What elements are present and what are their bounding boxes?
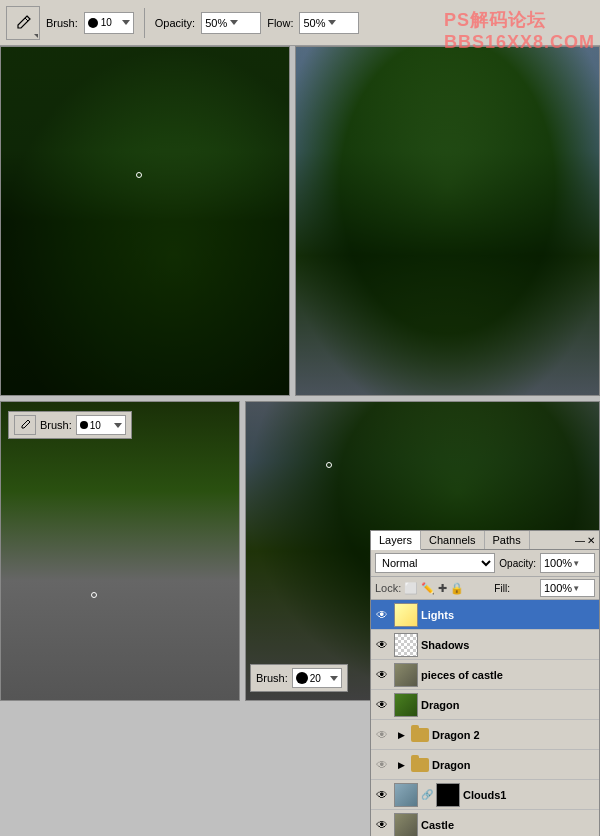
opacity-value: 50%	[205, 17, 227, 29]
tab-layers[interactable]: Layers	[371, 531, 421, 550]
float-brush-preview-1	[80, 421, 88, 429]
opacity-label: Opacity:	[499, 558, 536, 569]
fill-label: Fill:	[494, 583, 510, 594]
lock-label: Lock:	[375, 582, 401, 594]
layer-row-clouds1[interactable]: 👁 🔗 Clouds1	[371, 780, 599, 810]
image-tl	[1, 47, 289, 395]
image-panel-top-left	[0, 46, 290, 396]
top-toolbar: Brush: 10 Opacity: 50% Flow: 50%	[0, 0, 600, 46]
layer-name-clouds1: Clouds1	[463, 789, 597, 801]
layer-link-clouds1[interactable]: 🔗	[421, 789, 433, 801]
eye-icon-dragon3[interactable]: 👁	[373, 756, 391, 774]
layer-thumb-pieces	[394, 663, 418, 687]
opacity-label: Opacity:	[155, 17, 195, 29]
layer-name-dragon2: Dragon 2	[432, 729, 597, 741]
cursor-crosshair-tl	[136, 172, 142, 178]
layer-thumb-dragon1	[394, 693, 418, 717]
folder-icon-dragon2	[411, 728, 429, 742]
float-brush-arrow-2[interactable]	[330, 676, 338, 681]
brush-dropdown-arrow[interactable]	[122, 20, 130, 25]
layer-name-shadows: Shadows	[421, 639, 597, 651]
image-panel-bottom-left	[0, 401, 240, 701]
eye-icon-shadows[interactable]: 👁	[373, 636, 391, 654]
float-brush-arrow-1[interactable]	[114, 423, 122, 428]
float-brush-box-1[interactable]: 10	[76, 415, 126, 435]
layer-thumb-lights	[394, 603, 418, 627]
layer-name-castle: Castle	[421, 819, 597, 831]
brush-label: Brush:	[46, 17, 78, 29]
layer-row-castle[interactable]: 👁 Castle	[371, 810, 599, 836]
fill-dropdown-arrow[interactable]: ▼	[572, 584, 580, 593]
layer-thumb-clouds1	[394, 783, 418, 807]
brush-size-value: 10	[101, 17, 112, 28]
layer-thumb-castle	[394, 813, 418, 837]
eye-icon-castle[interactable]: 👁	[373, 816, 391, 834]
lock-transparent-icon[interactable]: ⬜	[404, 582, 418, 595]
float-brush-preview-2	[296, 672, 308, 684]
cursor-crosshair-bl	[91, 592, 97, 598]
image-bl	[1, 402, 239, 700]
layer-row-pieces[interactable]: 👁 pieces of castle	[371, 660, 599, 690]
folder-icon-dragon3	[411, 758, 429, 772]
float-brush-size-1: 10	[90, 420, 101, 431]
close-icon[interactable]: ✕	[587, 535, 595, 546]
flow-value: 50%	[303, 17, 325, 29]
panel-close-buttons[interactable]: — ✕	[571, 533, 599, 548]
tab-paths[interactable]: Paths	[485, 531, 530, 549]
opacity-input[interactable]: 100% ▼	[540, 553, 595, 573]
brush-size-box[interactable]: 10	[84, 12, 134, 34]
layer-row-dragon2-group[interactable]: 👁 ▶ Dragon 2	[371, 720, 599, 750]
eye-icon-dragon1[interactable]: 👁	[373, 696, 391, 714]
layers-header: Normal Opacity: 100% ▼	[371, 550, 599, 577]
group-arrow-dragon3[interactable]: ▶	[394, 758, 408, 772]
layers-tabs: Layers Channels Paths — ✕	[371, 531, 599, 550]
float-toolbar-1: Brush: 10	[8, 411, 132, 439]
layer-name-dragon1: Dragon	[421, 699, 597, 711]
image-panel-top-right	[295, 46, 600, 396]
group-arrow-dragon2[interactable]: ▶	[394, 728, 408, 742]
eye-icon-lights[interactable]: 👁	[373, 606, 391, 624]
float-brush-label-1: Brush:	[40, 419, 72, 431]
eye-icon-dragon2[interactable]: 👁	[373, 726, 391, 744]
flow-box[interactable]: 50%	[299, 12, 359, 34]
flow-label: Flow:	[267, 17, 293, 29]
image-tr	[296, 47, 599, 395]
layer-name-lights: Lights	[421, 609, 597, 621]
cursor-crosshair-br	[326, 462, 332, 468]
layer-row-shadows[interactable]: 👁 Shadows	[371, 630, 599, 660]
blend-mode-select[interactable]: Normal	[375, 553, 495, 573]
layer-name-pieces: pieces of castle	[421, 669, 597, 681]
lock-position-icon[interactable]: ✚	[438, 582, 447, 595]
layers-panel: Layers Channels Paths — ✕ Normal Opacity…	[370, 530, 600, 836]
opacity-dropdown-arrow[interactable]: ▼	[572, 559, 580, 568]
eye-icon-pieces[interactable]: 👁	[373, 666, 391, 684]
brush-preview	[88, 18, 98, 28]
fill-input[interactable]: 100% ▼	[540, 579, 595, 597]
lock-image-icon[interactable]: ✏️	[421, 582, 435, 595]
fill-value: 100%	[544, 582, 572, 594]
float-toolbar-2: Brush: 20	[250, 664, 348, 692]
opacity-arrow[interactable]	[230, 20, 238, 25]
eye-icon-clouds1[interactable]: 👁	[373, 786, 391, 804]
float-brush-box-2[interactable]: 20	[292, 668, 342, 688]
layer-name-dragon3: Dragon	[432, 759, 597, 771]
layer-thumb-shadows	[394, 633, 418, 657]
opacity-value: 100%	[544, 557, 572, 569]
layer-row-lights[interactable]: 👁 Lights	[371, 600, 599, 630]
toolbar-divider	[144, 8, 145, 38]
float-brush-label-2: Brush:	[256, 672, 288, 684]
layer-row-dragon1[interactable]: 👁 Dragon	[371, 690, 599, 720]
minimize-icon[interactable]: —	[575, 535, 585, 546]
lock-all-icon[interactable]: 🔒	[450, 582, 464, 595]
tab-channels[interactable]: Channels	[421, 531, 484, 549]
float-brush-size-2: 20	[310, 673, 321, 684]
lock-row: Lock: ⬜ ✏️ ✚ 🔒 Fill: 100% ▼	[371, 577, 599, 600]
layer-row-dragon3-group[interactable]: 👁 ▶ Dragon	[371, 750, 599, 780]
flow-arrow[interactable]	[328, 20, 336, 25]
opacity-box[interactable]: 50%	[201, 12, 261, 34]
brush-tool-icon[interactable]	[6, 6, 40, 40]
float-brush-icon-1[interactable]	[14, 415, 36, 435]
layer-mask-clouds1	[436, 783, 460, 807]
